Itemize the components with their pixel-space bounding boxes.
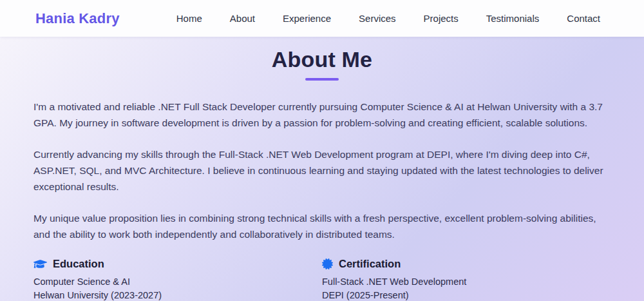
education-university: Helwan University (2023-2027)	[33, 289, 322, 301]
education-degree: Computer Science & AI	[33, 275, 322, 289]
education-title: Education	[53, 258, 104, 270]
portfolio-page: Hania Kadry Home About Experience Servic…	[0, 0, 644, 301]
education-certification-row: Education Computer Science & AI Helwan U…	[33, 258, 611, 301]
nav-item-testimonials[interactable]: Testimonials	[486, 13, 540, 24]
nav-item-services[interactable]: Services	[359, 13, 396, 24]
nav-item-experience[interactable]: Experience	[283, 13, 331, 24]
education-block: Education Computer Science & AI Helwan U…	[33, 258, 322, 301]
about-paragraph: Currently advancing my skills through th…	[33, 146, 611, 195]
about-section: About Me I'm a motivated and reliable .N…	[0, 37, 644, 301]
nav-item-projects[interactable]: Projects	[424, 13, 459, 24]
top-navbar: Hania Kadry Home About Experience Servic…	[0, 0, 644, 37]
nav-item-contact[interactable]: Contact	[567, 13, 600, 24]
about-paragraph: I'm a motivated and reliable .NET Full S…	[33, 99, 611, 131]
certification-heading: Certification	[322, 258, 611, 270]
nav-item-about[interactable]: About	[230, 13, 255, 24]
education-heading: Education	[33, 258, 322, 270]
site-logo[interactable]: Hania Kadry	[35, 10, 120, 27]
title-underline	[305, 78, 339, 81]
certification-title: Certification	[339, 258, 401, 270]
certificate-icon	[322, 258, 333, 269]
certification-provider: DEPI (2025-Present)	[322, 289, 611, 301]
education-details: Computer Science & AI Helwan University …	[33, 275, 322, 301]
about-text: I'm a motivated and reliable .NET Full S…	[33, 99, 611, 242]
certification-block: Certification Full-Stack .NET Web Develo…	[322, 258, 611, 301]
nav-item-home[interactable]: Home	[176, 13, 202, 24]
graduation-cap-icon	[33, 258, 47, 269]
about-paragraph: My unique value proposition lies in comb…	[33, 210, 611, 242]
page-title: About Me	[33, 47, 611, 72]
certification-program: Full-Stack .NET Web Development	[322, 275, 611, 289]
certification-details: Full-Stack .NET Web Development DEPI (20…	[322, 275, 611, 301]
main-nav: Home About Experience Services Projects …	[176, 13, 600, 24]
